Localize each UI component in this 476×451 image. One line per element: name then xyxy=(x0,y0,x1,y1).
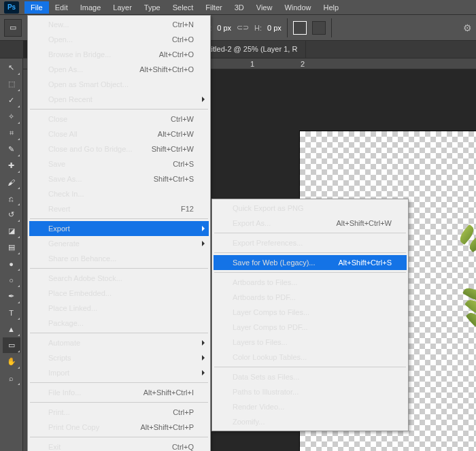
menu-item[interactable]: SaveCtrl+S xyxy=(29,156,209,171)
tool-path-select[interactable]: ▲ xyxy=(3,321,20,337)
menu-item[interactable]: Close AllAlt+Ctrl+W xyxy=(29,127,209,141)
height-value[interactable]: 0 px xyxy=(267,24,282,32)
menu-item[interactable]: Place Embedded... xyxy=(29,286,209,301)
menu-item[interactable]: Print One CopyAlt+Shift+Ctrl+P xyxy=(29,420,209,435)
submenu-arrow-icon xyxy=(202,226,205,231)
menu-item[interactable]: Layers to Files... xyxy=(214,335,407,350)
menu-item[interactable]: ExitCtrl+Q xyxy=(29,439,209,451)
menu-window[interactable]: Window xyxy=(278,1,317,14)
align-button-1[interactable] xyxy=(293,21,307,35)
menu-select[interactable]: Select xyxy=(167,1,200,14)
menu-item[interactable]: Paths to Illustrator... xyxy=(214,384,407,399)
menu-item[interactable]: Search Adobe Stock... xyxy=(29,271,209,286)
tool-move[interactable]: ↖ xyxy=(3,60,20,76)
menu-item[interactable]: Export Preferences... xyxy=(214,235,407,250)
menu-item-label: Quick Export as PNG xyxy=(233,204,392,212)
menu-item[interactable]: Save for Web (Legacy)...Alt+Shift+Ctrl+S xyxy=(214,255,407,270)
menu-item[interactable]: Color Lookup Tables... xyxy=(214,350,407,365)
align-button-2[interactable] xyxy=(312,21,326,35)
menu-item[interactable]: Open...Ctrl+O xyxy=(29,32,209,47)
menu-item-label: Export As... xyxy=(233,219,320,227)
submenu-arrow-icon xyxy=(202,355,205,361)
tool-healing-brush[interactable]: ✚ xyxy=(3,158,20,173)
menu-item-shortcut: Ctrl+Q xyxy=(172,443,194,451)
tool-marquee[interactable]: ⬚ xyxy=(3,76,20,92)
menu-item[interactable]: Quick Export as PNG xyxy=(214,201,407,216)
menu-type[interactable]: Type xyxy=(138,1,167,14)
tool-magic-wand[interactable]: ✧ xyxy=(3,109,20,124)
menu-item[interactable]: Close and Go to Bridge...Shift+Ctrl+W xyxy=(29,141,209,156)
menu-item-label: Render Video... xyxy=(233,403,392,411)
menu-item-label: File Info... xyxy=(48,388,127,397)
menu-item[interactable]: New...Ctrl+N xyxy=(29,17,209,32)
menu-item[interactable]: Automate xyxy=(29,335,209,350)
menu-filter[interactable]: Filter xyxy=(199,1,228,14)
tool-type[interactable]: T xyxy=(3,305,20,320)
menu-item[interactable]: Import xyxy=(29,365,209,380)
tool-clone-stamp[interactable]: ⎌ xyxy=(3,190,20,206)
menu-item-shortcut: Ctrl+O xyxy=(172,35,194,44)
menu-item[interactable]: Open As...Alt+Shift+Ctrl+O xyxy=(29,62,209,77)
tool-lasso[interactable]: ✓ xyxy=(3,93,20,108)
tool-pen[interactable]: ✒ xyxy=(3,288,20,304)
menu-item-label: Revert xyxy=(48,205,165,213)
menu-item[interactable]: Zoomify... xyxy=(214,414,407,429)
menu-item-label: Import xyxy=(48,369,194,377)
menu-image[interactable]: Image xyxy=(74,1,107,14)
menu-item-shortcut: Alt+Ctrl+W xyxy=(158,130,194,138)
menu-item[interactable]: Open as Smart Object... xyxy=(29,77,209,92)
current-tool-indicator[interactable]: ▭ xyxy=(4,19,22,37)
menu-item[interactable]: Save As...Shift+Ctrl+S xyxy=(29,171,209,186)
menu-item-label: Place Embedded... xyxy=(48,289,194,297)
menu-item[interactable]: Check In... xyxy=(29,186,209,201)
menu-item[interactable]: Generate xyxy=(29,236,209,251)
menu-item[interactable]: Place Linked... xyxy=(29,301,209,316)
menu-item[interactable]: CloseCtrl+W xyxy=(29,112,209,127)
tool-brush[interactable]: 🖌 xyxy=(3,174,20,190)
menu-item[interactable]: Export As...Alt+Shift+Ctrl+W xyxy=(214,216,407,231)
tool-history-brush[interactable]: ↺ xyxy=(3,207,20,222)
menu-item-label: Automate xyxy=(48,339,194,347)
gear-icon[interactable]: ⚙ xyxy=(463,22,472,33)
tool-gradient[interactable]: ▤ xyxy=(3,239,20,255)
menu-help[interactable]: Help xyxy=(318,1,345,14)
menu-item-label: Data Sets as Files... xyxy=(233,373,392,381)
menu-item[interactable]: File Info...Alt+Shift+Ctrl+I xyxy=(29,385,209,400)
menu-item[interactable]: Share on Behance... xyxy=(29,251,209,266)
menu-item-shortcut: Alt+Shift+Ctrl+O xyxy=(139,65,194,73)
menu-item[interactable]: Export xyxy=(29,221,209,236)
tool-rectangle[interactable]: ▭ xyxy=(3,337,20,353)
tool-blur[interactable]: ● xyxy=(3,256,20,271)
menu-item-label: Print One Copy xyxy=(48,423,124,431)
menu-item[interactable]: Print...Ctrl+P xyxy=(29,405,209,420)
tool-crop[interactable]: ⌗ xyxy=(3,125,20,141)
menu-item[interactable]: Browse in Bridge...Alt+Ctrl+O xyxy=(29,47,209,62)
photoshop-logo: Ps xyxy=(4,1,19,14)
tool-zoom[interactable]: ⌕ xyxy=(3,370,20,386)
menu-item[interactable]: Scripts xyxy=(29,350,209,365)
menu-item-label: Package... xyxy=(48,319,194,327)
menu-item[interactable]: Render Video... xyxy=(214,399,407,414)
menu-item-shortcut: Shift+Ctrl+W xyxy=(152,145,194,153)
tool-hand[interactable]: ✋ xyxy=(3,354,20,369)
link-icon[interactable]: ⊂⊃ xyxy=(237,23,249,32)
tool-eyedropper[interactable]: ✎ xyxy=(3,141,20,157)
submenu-arrow-icon xyxy=(202,97,205,102)
menu-separator xyxy=(30,109,208,110)
menu-item[interactable]: Open Recent xyxy=(29,92,209,107)
menu-view[interactable]: View xyxy=(250,1,279,14)
menu-edit[interactable]: Edit xyxy=(49,1,74,14)
submenu-arrow-icon xyxy=(202,340,205,346)
tool-dodge[interactable]: ○ xyxy=(3,272,20,288)
menu-3d[interactable]: 3D xyxy=(228,1,250,14)
menu-item: Artboards to Files... xyxy=(214,275,407,290)
submenu-arrow-icon xyxy=(202,370,205,375)
menu-file[interactable]: File xyxy=(24,1,49,14)
menu-separator xyxy=(214,367,406,367)
menu-item-label: Share on Behance... xyxy=(48,254,194,263)
menu-item-label: Save xyxy=(48,160,156,168)
menu-layer[interactable]: Layer xyxy=(107,1,138,14)
width-value[interactable]: 0 px xyxy=(217,24,231,32)
menu-item-label: Open Recent xyxy=(48,95,194,103)
tool-eraser[interactable]: ◪ xyxy=(3,223,20,239)
